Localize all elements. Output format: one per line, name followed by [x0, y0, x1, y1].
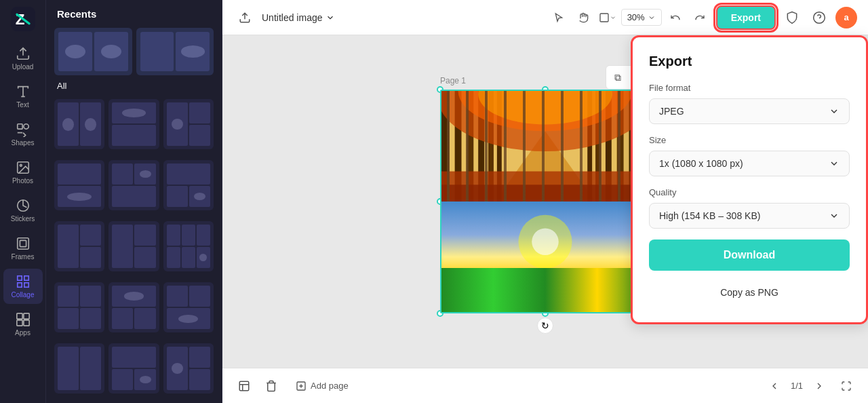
sidebar-item-stickers[interactable]: Stickers: [3, 193, 43, 228]
canvas-toolbar: Untitled image: [222, 0, 868, 35]
svg-rect-18: [600, 14, 608, 22]
frame-chevron-icon: [610, 14, 616, 21]
svg-rect-12: [17, 283, 21, 287]
add-page-button[interactable]: Add page: [288, 377, 357, 396]
sidebar-item-shapes[interactable]: Shapes: [3, 117, 43, 152]
sidebar-collage-label: Collage: [12, 291, 35, 299]
list-item[interactable]: [163, 343, 214, 394]
toolbar-tools: 30%: [548, 7, 711, 28]
svg-point-36: [478, 91, 612, 124]
sidebar-item-frames[interactable]: Frames: [3, 231, 43, 266]
sidebar: Z Upload Text Shapes Photos: [0, 0, 46, 403]
export-button[interactable]: Export: [716, 5, 776, 30]
sidebar-item-collage[interactable]: Collage: [3, 269, 43, 304]
quality-chevron-icon: [829, 210, 840, 221]
list-item[interactable]: [54, 282, 104, 332]
svg-rect-25: [478, 91, 484, 202]
shield-button[interactable]: [781, 7, 803, 28]
svg-marker-21: [495, 131, 595, 202]
prev-page-button[interactable]: [764, 375, 785, 397]
svg-point-35: [458, 91, 633, 131]
svg-point-6: [20, 164, 22, 166]
svg-rect-10: [17, 276, 21, 280]
app-logo[interactable]: Z: [9, 5, 37, 33]
template-thumb-large-1[interactable]: [54, 28, 132, 75]
sidebar-item-text[interactable]: Text: [3, 79, 43, 114]
user-avatar[interactable]: a: [835, 7, 857, 28]
document-title[interactable]: Untitled image: [262, 12, 335, 23]
svg-rect-33: [587, 91, 592, 202]
page-thumbnail-button[interactable]: [233, 375, 255, 397]
download-button[interactable]: Download: [649, 239, 850, 271]
svg-rect-17: [23, 320, 28, 326]
svg-rect-15: [23, 313, 28, 319]
svg-rect-30: [617, 91, 624, 202]
list-item[interactable]: [54, 343, 104, 394]
hand-tool-button[interactable]: [572, 7, 594, 28]
list-item[interactable]: [54, 160, 104, 210]
undo-button[interactable]: [665, 7, 686, 28]
bottom-bar: Add page 1/1: [222, 368, 868, 403]
svg-rect-45: [239, 381, 249, 391]
svg-rect-26: [488, 91, 494, 202]
list-item[interactable]: [108, 343, 159, 394]
sidebar-item-upload[interactable]: Upload: [3, 41, 43, 76]
list-item[interactable]: [163, 160, 214, 210]
svg-rect-22: [441, 91, 450, 202]
duplicate-button[interactable]: ⧉: [609, 69, 627, 86]
list-item[interactable]: [54, 221, 104, 271]
title-chevron-icon: [326, 13, 335, 22]
svg-point-4: [23, 124, 28, 129]
upload-button[interactable]: [233, 9, 256, 26]
help-button[interactable]: [808, 7, 830, 28]
svg-rect-24: [467, 91, 473, 202]
template-thumb-large-2[interactable]: [136, 28, 214, 75]
sidebar-shapes-label: Shapes: [12, 139, 35, 147]
list-item[interactable]: [54, 99, 104, 149]
file-format-select[interactable]: JPEG: [649, 98, 850, 124]
list-item[interactable]: [163, 99, 214, 149]
image-bottom: [441, 202, 649, 312]
svg-rect-31: [606, 91, 612, 202]
fullscreen-button[interactable]: [835, 375, 857, 397]
section-all-label: All: [46, 78, 222, 96]
svg-rect-27: [497, 91, 502, 202]
svg-point-41: [532, 229, 559, 256]
svg-rect-32: [595, 91, 601, 202]
svg-rect-38: [441, 185, 649, 202]
panel-header: Recents: [46, 0, 222, 25]
sidebar-text-label: Text: [16, 101, 28, 109]
sidebar-upload-label: Upload: [12, 63, 34, 71]
quality-select[interactable]: High (154 KB – 308 KB): [649, 203, 850, 229]
quality-label: Quality: [649, 187, 850, 197]
next-page-button[interactable]: [808, 375, 830, 397]
zoom-control[interactable]: 30%: [621, 9, 662, 26]
list-item[interactable]: [108, 221, 159, 271]
sidebar-item-photos[interactable]: Photos: [3, 155, 43, 190]
list-item[interactable]: [108, 99, 159, 149]
svg-rect-42: [441, 275, 649, 312]
svg-rect-37: [441, 172, 649, 202]
copy-png-button[interactable]: Copy as PNG: [649, 279, 850, 306]
list-item[interactable]: [108, 282, 159, 332]
list-item[interactable]: [163, 282, 214, 332]
canvas-content: [440, 90, 650, 313]
zoom-chevron-icon: [648, 14, 656, 22]
select-tool-button[interactable]: [548, 7, 570, 28]
page-indicator: 1/1: [791, 381, 803, 391]
size-select[interactable]: 1x (1080 x 1080 px): [649, 151, 850, 176]
main-canvas: Untitled image: [222, 0, 868, 403]
page-navigation: 1/1: [764, 375, 857, 397]
image-top: [441, 91, 649, 202]
page-label: Page 1: [440, 76, 466, 85]
frame-tool-button[interactable]: [597, 7, 618, 28]
delete-page-button[interactable]: [260, 375, 282, 397]
svg-rect-11: [24, 276, 28, 280]
sidebar-photos-label: Photos: [12, 177, 33, 185]
sidebar-item-apps[interactable]: Apps: [3, 307, 43, 342]
size-chevron-icon: [829, 158, 840, 169]
rotate-handle[interactable]: ↻: [537, 318, 553, 334]
list-item[interactable]: [163, 221, 214, 271]
redo-button[interactable]: [689, 7, 711, 28]
list-item[interactable]: [108, 160, 159, 210]
